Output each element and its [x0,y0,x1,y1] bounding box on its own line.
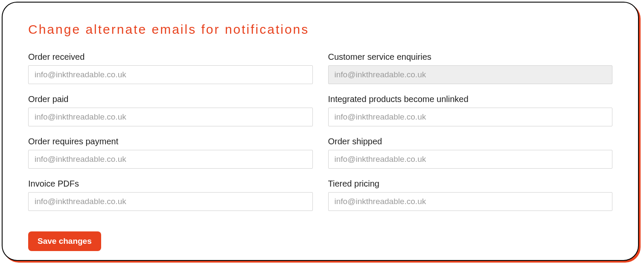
input-integrated-products-unlinked[interactable] [328,108,613,126]
field-order-requires-payment: Order requires payment [28,137,313,169]
label-order-received: Order received [28,52,313,62]
label-tiered-pricing: Tiered pricing [328,179,613,189]
label-invoice-pdfs: Invoice PDFs [28,179,313,189]
field-order-shipped: Order shipped [328,137,613,169]
input-order-paid[interactable] [28,108,313,126]
field-tiered-pricing: Tiered pricing [328,179,613,211]
input-order-requires-payment[interactable] [28,150,313,169]
input-customer-service-enquiries [328,65,613,84]
save-button[interactable]: Save changes [28,231,101,251]
field-integrated-products-unlinked: Integrated products become unlinked [328,94,613,126]
field-invoice-pdfs: Invoice PDFs [28,179,313,211]
page-title: Change alternate emails for notification… [28,22,612,37]
card-shadow: Change alternate emails for notification… [3,3,641,263]
field-order-received: Order received [28,52,313,84]
label-order-paid: Order paid [28,94,313,104]
input-order-received[interactable] [28,65,313,84]
label-integrated-products-unlinked: Integrated products become unlinked [328,94,613,104]
button-row: Save changes [28,231,612,251]
field-customer-service-enquiries: Customer service enquiries [328,52,613,84]
label-order-shipped: Order shipped [328,137,613,146]
input-order-shipped[interactable] [328,150,613,169]
settings-card: Change alternate emails for notification… [2,2,639,261]
input-tiered-pricing[interactable] [328,192,613,211]
label-order-requires-payment: Order requires payment [28,137,313,146]
field-order-paid: Order paid [28,94,313,126]
label-customer-service-enquiries: Customer service enquiries [328,52,613,62]
input-invoice-pdfs[interactable] [28,192,313,211]
form-grid: Order received Customer service enquirie… [28,52,612,251]
